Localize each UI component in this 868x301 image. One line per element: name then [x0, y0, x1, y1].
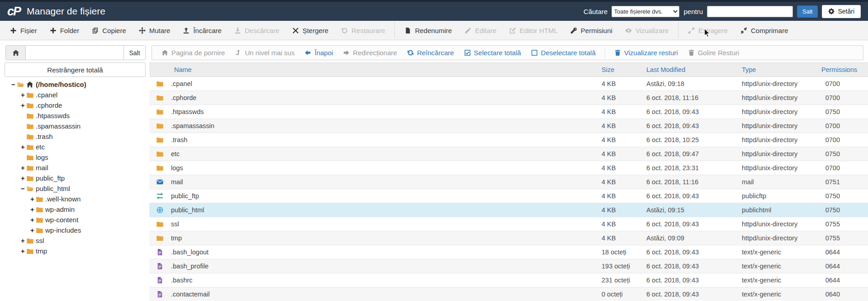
tree-item-tmp[interactable]: +tmp: [5, 246, 149, 256]
table-row-logs[interactable]: logs4 KB6 oct. 2018, 23:31httpd/unix-dir…: [149, 161, 868, 175]
toolbar-button-comprimare[interactable]: Comprimare: [734, 21, 795, 40]
file-name[interactable]: public_html: [171, 206, 204, 214]
file-name[interactable]: logs: [171, 164, 183, 172]
toolbar-button-label: Ștergere: [303, 27, 329, 34]
file-name[interactable]: .spamassassin: [171, 122, 214, 129]
table-row-htpasswds[interactable]: .htpasswds4 KB6 oct. 2018, 09:43httpd/un…: [149, 105, 868, 119]
tree-expander[interactable]: +: [19, 101, 26, 109]
tree-expander[interactable]: +: [19, 247, 26, 255]
tree-item-wp-content[interactable]: +wp-content: [5, 215, 149, 225]
column-header-type[interactable]: Type: [735, 63, 818, 77]
file-name[interactable]: .cpanel: [171, 80, 192, 87]
table-row-cpanel[interactable]: .cpanel4 KBAstăzi, 09:18httpd/unix-direc…: [149, 77, 868, 91]
tree-item-cpanel[interactable]: +.cpanel: [5, 90, 149, 100]
collapse-all-button[interactable]: Restrângere totală: [5, 62, 146, 77]
table-row-bash-profile[interactable]: .bash_profile193 octeți6 oct. 2018, 09:4…: [149, 259, 868, 273]
tree-item-cphorde[interactable]: +.cphorde: [5, 100, 149, 110]
table-row-cphorde[interactable]: .cphorde4 KB6 oct. 2018, 11:16httpd/unix…: [149, 91, 868, 105]
pencil-icon: [465, 27, 471, 34]
file-name[interactable]: public_ftp: [171, 192, 199, 200]
home-button[interactable]: [6, 46, 26, 60]
settings-button[interactable]: Setări: [822, 5, 861, 18]
file-name[interactable]: tmp: [171, 234, 182, 242]
path-go-button[interactable]: Salt: [123, 46, 145, 60]
file-name[interactable]: .bashrc: [171, 277, 193, 284]
move-icon: [139, 27, 146, 34]
toolbar-button-mutare[interactable]: Mutare: [133, 21, 177, 40]
tree-expander[interactable]: +: [19, 174, 26, 182]
column-header-name[interactable]: Name: [149, 63, 593, 77]
tree-expander[interactable]: +: [19, 143, 26, 151]
file-modified: Astăzi, 09:15: [640, 203, 735, 217]
file-type: httpd/unix-directory: [735, 105, 818, 119]
column-header-last-modified[interactable]: Last Modified: [640, 63, 735, 77]
file-name[interactable]: .bash_logout: [171, 248, 209, 256]
toolbar-button-copiere[interactable]: Copiere: [85, 21, 133, 40]
tree-expander[interactable]: +: [19, 237, 26, 244]
tree-expander[interactable]: +: [29, 195, 36, 203]
tree-item-well-known[interactable]: +.well-known: [5, 194, 149, 204]
file-name[interactable]: ssl: [171, 220, 179, 228]
table-row-ssl[interactable]: ssl4 KB6 oct. 2018, 09:43httpd/unix-dire…: [149, 217, 868, 231]
folder-icon: [26, 237, 34, 244]
column-header-permissions[interactable]: Permissions: [818, 63, 868, 77]
toolbar-button-folder[interactable]: Folder: [43, 21, 86, 40]
search-scope-select[interactable]: Toate fișierele dvs.: [612, 6, 679, 17]
tree-item-wp-admin[interactable]: +wp-admin: [5, 204, 149, 215]
tree-item-wp-includes[interactable]: +wp-includes: [5, 225, 149, 235]
file-name[interactable]: mail: [171, 178, 183, 186]
nav-re-nc-rcare[interactable]: Reîncărcare: [402, 49, 459, 57]
nav-napoi[interactable]: Înapoi: [299, 49, 338, 57]
toolbar-button-tergere[interactable]: Ștergere: [286, 21, 335, 40]
nav-selectare-total[interactable]: Selectare totală: [459, 49, 526, 57]
file-name[interactable]: .contactemail: [171, 291, 209, 298]
tree-item-home-hostico[interactable]: −(/home/hostico): [5, 79, 149, 90]
tree-expander[interactable]: −: [19, 185, 26, 192]
tree-item-mail[interactable]: +mail: [5, 162, 149, 173]
table-row-etc[interactable]: etc4 KB6 oct. 2018, 09:47httpd/unix-dire…: [149, 147, 868, 161]
search-input[interactable]: [707, 6, 793, 17]
file-permissions: 0640: [818, 287, 868, 301]
tree-expander[interactable]: +: [29, 205, 36, 213]
table-row-tmp[interactable]: tmp4 KBAstăzi, 09:09httpd/unix-directory…: [149, 231, 868, 245]
nav-vizualizare-resturi[interactable]: Vizualizare resturi: [609, 49, 683, 57]
file-name[interactable]: .trash: [171, 136, 187, 143]
tree-expander[interactable]: +: [29, 226, 36, 234]
column-header-size[interactable]: Size: [593, 63, 640, 77]
toolbar-button-nc-rcare[interactable]: Încărcare: [176, 21, 228, 40]
path-input[interactable]: [26, 46, 123, 60]
toolbar-button-label: Comprimare: [751, 27, 788, 34]
table-row-trash[interactable]: .trash4 KB6 oct. 2018, 10:25httpd/unix-d…: [149, 133, 868, 147]
file-name[interactable]: .htpasswds: [171, 108, 204, 115]
tree-expander[interactable]: −: [10, 81, 17, 88]
table-row-bashrc[interactable]: .bashrc231 octeți6 oct. 2018, 09:43text/…: [149, 273, 868, 287]
tree-expander[interactable]: +: [19, 164, 26, 172]
file-size: 4 KB: [593, 161, 640, 175]
search-go-button[interactable]: Salt: [797, 5, 818, 18]
tree-item-trash[interactable]: .trash: [5, 131, 149, 142]
tree-expander[interactable]: +: [29, 216, 36, 224]
tree-item-etc[interactable]: +etc: [5, 142, 149, 152]
toolbar-button-fi-ier[interactable]: Fișier: [4, 21, 43, 40]
table-row-contactemail[interactable]: .contactemail0 octeți6 oct. 2018, 09:43t…: [149, 287, 868, 301]
tree-item-spamassassin[interactable]: .spamassassin: [5, 121, 149, 131]
tree-item-htpasswds[interactable]: .htpasswds: [5, 110, 149, 121]
tree-expander[interactable]: +: [19, 91, 26, 99]
file-name[interactable]: etc: [171, 150, 180, 158]
table-row-public-html[interactable]: public_html4 KBAstăzi, 09:15publichtml07…: [149, 203, 868, 217]
table-row-public-ftp[interactable]: public_ftp4 KB6 oct. 2018, 09:43publicft…: [149, 189, 868, 203]
nav-deselectare-total[interactable]: Deselectare totală: [526, 49, 601, 57]
table-row-mail[interactable]: mail4 KB6 oct. 2018, 11:16mail0751: [149, 175, 868, 189]
tree-item-public-html[interactable]: −public_html: [5, 183, 149, 194]
folder-icon: [26, 91, 34, 99]
file-name[interactable]: .bash_profile: [171, 263, 209, 270]
tree-item-label: logs: [36, 153, 48, 161]
toolbar-button-redenumire[interactable]: Redenumire: [398, 21, 458, 40]
toolbar-button-permisiuni[interactable]: Permisiuni: [564, 21, 619, 40]
tree-item-ssl[interactable]: +ssl: [5, 235, 149, 246]
tree-item-public-ftp[interactable]: +public_ftp: [5, 173, 149, 183]
table-row-spamassassin[interactable]: .spamassassin4 KB6 oct. 2018, 09:43httpd…: [149, 119, 868, 133]
tree-item-logs[interactable]: logs: [5, 152, 149, 162]
table-row-bash-logout[interactable]: .bash_logout18 octeți6 oct. 2018, 09:43t…: [149, 245, 868, 259]
file-name[interactable]: .cphorde: [171, 94, 196, 101]
